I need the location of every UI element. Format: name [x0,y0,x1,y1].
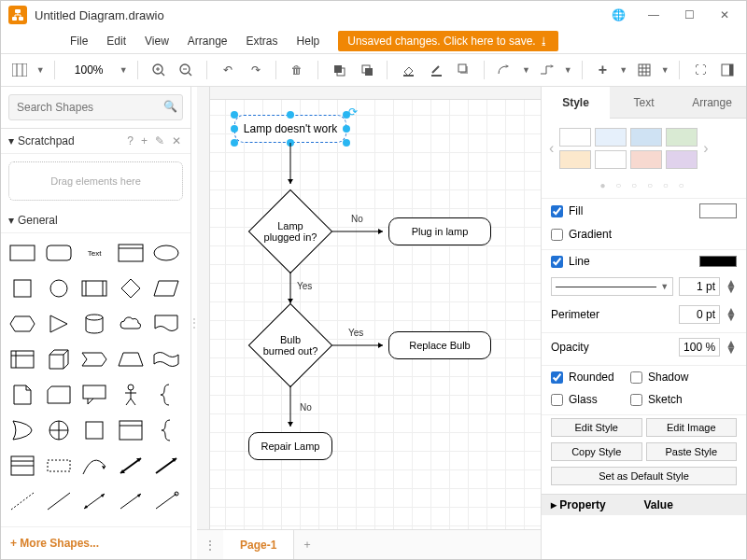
opacity-input[interactable] [679,338,720,357]
shape-cube[interactable] [43,345,75,373]
close-button[interactable]: ✕ [711,1,739,29]
zoom-out-button[interactable] [175,59,197,81]
shape-cloud[interactable] [115,310,147,338]
edge-yes2[interactable]: Yes [348,328,363,338]
shape-dir-thin[interactable] [115,487,147,515]
redo-button[interactable]: ↷ [245,59,267,81]
shape-diamond[interactable] [115,274,147,302]
menu-file[interactable]: File [63,31,95,51]
shape-rect[interactable] [7,239,38,267]
rounded-checkbox[interactable] [551,371,563,384]
edit-image-button[interactable]: Edit Image [646,418,738,437]
shape-textbox[interactable] [115,239,147,267]
swatch-white[interactable] [559,128,591,147]
palette-prev[interactable]: ‹ [549,140,554,157]
globe-icon[interactable]: 🌐 [604,1,632,29]
shape-bracket[interactable] [150,416,182,444]
rotate-handle[interactable]: ⟳ [348,105,358,115]
fullscreen-button[interactable]: ⛶ [689,59,712,81]
swatch-6[interactable] [630,150,662,169]
swatch-2[interactable] [630,128,662,147]
edge-no1[interactable]: No [351,214,363,224]
general-header[interactable]: ▾General [1,208,190,233]
scratchpad-dropzone[interactable]: Drag elements here [8,161,183,201]
maximize-button[interactable]: ☐ [675,1,703,29]
node-plugged[interactable]: Lamp plugged in? [248,189,332,273]
shape-ellipse[interactable] [150,239,182,267]
canvas[interactable]: Lamp doesn't work ⟳ Lamp plugged in? No … [197,87,541,529]
tab-text[interactable]: Text [610,87,678,119]
perimeter-input[interactable] [679,305,720,324]
tab-page-1[interactable]: Page-1 [223,530,294,560]
close-icon[interactable]: ✕ [170,134,183,147]
pages-menu-button[interactable]: ⋮ [197,530,223,560]
shape-data[interactable] [78,416,110,444]
more-shapes[interactable]: + More Shapes... [1,526,190,559]
glass-checkbox[interactable] [551,394,563,406]
shape-document[interactable] [150,310,182,338]
shape-xor[interactable] [7,416,38,444]
zoom-display[interactable]: 100% [64,63,114,77]
gradient-checkbox[interactable] [551,229,563,241]
shape-square[interactable] [7,274,38,302]
shape-text[interactable]: Text [78,239,110,267]
shape-trapezoid[interactable] [115,345,147,373]
zoom-in-button[interactable] [148,59,170,81]
shape-triangle[interactable] [43,310,75,338]
edge-yes1[interactable]: Yes [297,281,312,291]
properties-header[interactable]: ▸ PropertyValue [542,494,746,515]
format-panel-button[interactable] [716,59,739,81]
shape-cylinder[interactable] [78,310,110,338]
shape-arrow[interactable] [150,452,182,480]
node-plugin[interactable]: Plug in lamp [388,217,491,245]
shape-listitem[interactable] [43,452,75,480]
shape-process[interactable] [78,274,110,302]
node-repair[interactable]: Repair Lamp [248,432,332,460]
add-icon[interactable]: + [139,134,149,147]
shape-card[interactable] [43,381,75,409]
minimize-button[interactable]: — [640,1,668,29]
shape-line[interactable] [43,487,75,515]
edge-no2[interactable]: No [300,402,312,413]
copy-style-button[interactable]: Copy Style [551,442,642,461]
add-page-button[interactable]: ＋ [294,530,320,560]
menu-help[interactable]: Help [289,31,328,51]
line-width-input[interactable] [679,277,720,296]
edit-icon[interactable]: ✎ [153,134,166,147]
undo-button[interactable]: ↶ [217,59,239,81]
menu-arrange[interactable]: Arrange [180,31,235,51]
tab-arrange[interactable]: Arrange [678,87,746,119]
node-burned[interactable]: Bulb burned out? [248,303,332,387]
shape-circle[interactable] [43,274,75,302]
edit-style-button[interactable]: Edit Style [551,418,642,437]
shape-bidir-arrow[interactable] [115,452,147,480]
swatch-1[interactable] [595,128,627,147]
connection-button[interactable] [494,59,516,81]
fill-color-button[interactable] [397,59,419,81]
shadow-checkbox[interactable] [630,371,642,384]
to-front-button[interactable] [328,59,350,81]
shape-step[interactable] [78,345,110,373]
to-back-button[interactable] [356,59,378,81]
paste-style-button[interactable]: Paste Style [646,442,738,461]
search-input[interactable] [8,94,183,120]
shape-container[interactable] [115,416,147,444]
shape-tape[interactable] [150,345,182,373]
palette-next[interactable]: › [703,140,708,157]
view-mode-button[interactable] [8,59,31,81]
swatch-3[interactable] [666,128,698,147]
line-style-select[interactable]: ▼ [551,277,673,296]
waypoint-button[interactable] [536,59,558,81]
fill-preview[interactable] [699,203,737,218]
shape-callout[interactable] [78,381,110,409]
menu-view[interactable]: View [137,31,176,51]
shadow-button[interactable] [453,59,475,81]
line-color-button[interactable] [425,59,447,81]
delete-button[interactable]: 🗑 [286,59,308,81]
tab-style[interactable]: Style [542,87,610,119]
scratchpad-header[interactable]: ▾Scratchpad ? + ✎ ✕ [1,129,190,154]
swatch-5[interactable] [595,150,627,169]
unsaved-banner[interactable]: Unsaved changes. Click here to save. ⭳ [338,31,558,51]
shape-internal[interactable] [7,345,38,373]
shape-parallelogram[interactable] [150,274,182,302]
